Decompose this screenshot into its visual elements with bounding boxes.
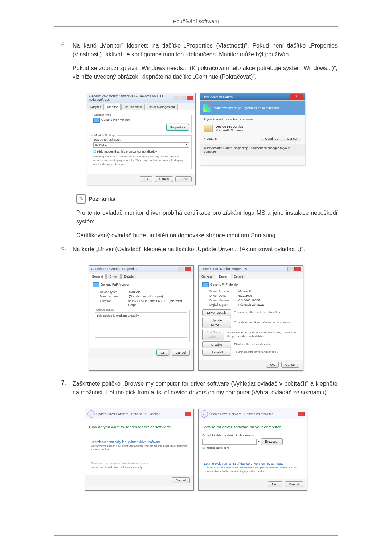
driver-details-button[interactable]: Driver Details bbox=[202, 309, 231, 316]
close-icon[interactable] bbox=[298, 412, 305, 416]
figure-row-1: Generic PnP Monitor and NVIDIA GeForce 6… bbox=[54, 93, 338, 185]
tab-details[interactable]: Details bbox=[231, 274, 246, 279]
note-p2: Certifikovaný ovladač bude umístěn na do… bbox=[76, 231, 338, 240]
breadcrumb: Update Driver Software - Generic PnP Mon… bbox=[209, 412, 273, 416]
opt-title: Browse my computer for driver software bbox=[91, 461, 188, 465]
close-icon[interactable] bbox=[185, 267, 191, 271]
tab-details[interactable]: Details bbox=[121, 274, 136, 279]
titlebar: Generic PnP Monitor Properties bbox=[89, 266, 193, 272]
refresh-rate-select[interactable]: 60 Hertz bbox=[93, 142, 189, 148]
close-icon[interactable] bbox=[185, 412, 191, 416]
tab-monitor[interactable]: Monitor bbox=[105, 104, 121, 110]
uninstall-button[interactable]: Uninstall bbox=[202, 349, 231, 356]
tab-general[interactable]: General bbox=[199, 274, 215, 279]
wizard-header: ← Update Driver Software - Generic PnP M… bbox=[85, 409, 193, 419]
uac-dialog: User Account Control ✕ Windows needs you… bbox=[200, 93, 305, 165]
step-body: Na kartě „Driver (Ovladač)" klepněte na … bbox=[73, 245, 338, 259]
update-driver-desc: To update the driver software for this d… bbox=[234, 321, 291, 325]
tab-troubleshoot[interactable]: Troubleshoot bbox=[121, 104, 145, 110]
monitor-type-value: Generic PnP Monitor bbox=[101, 118, 130, 122]
pnp-properties-general: Generic PnP Monitor Properties General D… bbox=[89, 265, 194, 371]
hide-modes-checkbox[interactable]: Hide modes that this monitor cannot disp… bbox=[93, 150, 189, 154]
uac-item-publisher: Microsoft Windows bbox=[216, 128, 243, 132]
prov-v: Microsoft bbox=[238, 290, 251, 294]
include-subfolders-checkbox[interactable]: Include subfolders bbox=[202, 446, 303, 450]
uac-item-name: Device Properties bbox=[216, 125, 243, 128]
step-number: 5. bbox=[54, 41, 73, 86]
update-wizard-browse: ← Update Driver Software - Generic PnP M… bbox=[198, 409, 307, 491]
hide-modes-label: Hide modes that this monitor cannot disp… bbox=[97, 150, 157, 153]
devtype-v: Monitors bbox=[129, 290, 141, 294]
help-icon[interactable] bbox=[178, 267, 184, 271]
page-header: Používání softwaru bbox=[54, 18, 338, 27]
step-body: Zaškrtněte políčko „Browse my computer f… bbox=[73, 379, 338, 402]
next-button[interactable]: Next bbox=[268, 481, 283, 487]
note-heading: ✎ Poznámka bbox=[76, 194, 338, 204]
cancel-button[interactable]: Cancel bbox=[281, 362, 299, 368]
ok-button[interactable]: OK bbox=[266, 362, 279, 368]
minimize-icon[interactable] bbox=[173, 96, 179, 100]
opt-title: Search automatically for updated driver … bbox=[91, 440, 188, 444]
tab-strip: Adapter Monitor Troubleshoot Color Manag… bbox=[87, 103, 195, 110]
note-icon: ✎ bbox=[76, 194, 86, 204]
rollback-driver-button[interactable]: Roll Back Driver bbox=[202, 329, 224, 340]
back-icon[interactable]: ← bbox=[201, 410, 208, 418]
apply-button[interactable]: Apply bbox=[175, 176, 192, 182]
opt-desc: Windows will search your computer and th… bbox=[91, 444, 188, 451]
maximize-icon[interactable] bbox=[180, 96, 186, 100]
tab-color-management[interactable]: Color Management bbox=[146, 104, 177, 110]
close-icon[interactable]: ✕ bbox=[290, 94, 303, 99]
wizard-question: Browse for driver software on your compu… bbox=[202, 424, 303, 430]
step5-p2: Pokud se zobrazí zpráva „Windows needs..… bbox=[73, 64, 338, 81]
monitor-type-group: Monitor Type Generic PnP Monitor Propert… bbox=[91, 115, 192, 133]
step-6: 6. Na kartě „Driver (Ovladač)" klepněte … bbox=[54, 245, 338, 259]
cancel-button[interactable]: Cancel bbox=[283, 136, 301, 141]
loc-k: Location: bbox=[100, 299, 128, 308]
uninstall-desc: To uninstall the driver (Advanced). bbox=[234, 350, 278, 354]
tab-driver[interactable]: Driver bbox=[216, 274, 230, 279]
step-number: 6. bbox=[54, 245, 73, 259]
cancel-button[interactable]: Cancel bbox=[172, 477, 190, 483]
dialog-title: Generic PnP Monitor Properties bbox=[201, 267, 247, 271]
cancel-button[interactable]: Cancel bbox=[155, 176, 173, 182]
loc-v: on NVIDIA GeForce 6600 LE (Microsoft Cor… bbox=[128, 299, 190, 308]
titlebar: Generic PnP Monitor and NVIDIA GeForce 6… bbox=[87, 93, 195, 103]
properties-button[interactable]: Properties bbox=[166, 124, 189, 131]
step-7: 7. Zaškrtněte políčko „Browse my compute… bbox=[54, 379, 338, 402]
tab-general[interactable]: General bbox=[89, 274, 106, 279]
note-p1: Pro tento ovladač monitor driver probíhá… bbox=[76, 209, 338, 226]
ok-button[interactable]: OK bbox=[156, 350, 169, 356]
device-name: Generic PnP Monitor bbox=[210, 283, 239, 286]
disable-desc: Disables the selected device. bbox=[234, 342, 272, 346]
cancel-button[interactable]: Cancel bbox=[285, 481, 303, 487]
opt-browse-computer[interactable]: Browse my computer for driver software L… bbox=[89, 455, 190, 471]
ver-v: 6.0.6000.16386 bbox=[238, 299, 260, 303]
step-body: Na kartě „Monitor" klepněte na tlačítko … bbox=[73, 41, 338, 86]
help-icon[interactable] bbox=[287, 267, 294, 271]
step7-p1: Zaškrtněte políčko „Browse my computer f… bbox=[73, 379, 338, 397]
opt-desc: Locate and install driver software manua… bbox=[91, 465, 188, 469]
pnp-properties-driver: Generic PnP Monitor Properties General D… bbox=[198, 265, 303, 371]
opt-search-auto[interactable]: Search automatically for updated driver … bbox=[89, 434, 190, 454]
back-icon[interactable]: ← bbox=[87, 410, 95, 418]
continue-button[interactable]: Continue bbox=[261, 136, 282, 141]
close-icon[interactable] bbox=[187, 96, 193, 100]
figure-row-3: ← Update Driver Software - Generic PnP M… bbox=[54, 409, 338, 491]
browse-button[interactable]: Browse... bbox=[261, 438, 283, 445]
step6-p1: Na kartě „Driver (Ovladač)" klepněte na … bbox=[73, 245, 338, 254]
tab-driver[interactable]: Driver bbox=[106, 274, 121, 279]
details-expand[interactable]: Details bbox=[204, 137, 217, 140]
tab-adapter[interactable]: Adapter bbox=[87, 104, 104, 110]
cancel-button[interactable]: Cancel bbox=[172, 350, 190, 356]
ok-button[interactable]: OK bbox=[140, 176, 152, 182]
path-input[interactable] bbox=[202, 439, 257, 445]
group-legend: Device status bbox=[95, 308, 115, 312]
ver-k: Driver Version: bbox=[209, 299, 238, 303]
disable-button[interactable]: Disable bbox=[202, 341, 231, 348]
dialog-title: Generic PnP Monitor and NVIDIA GeForce 6… bbox=[89, 94, 173, 102]
manu-k: Manufacturer: bbox=[100, 295, 129, 299]
wizard-header: ← Update Driver Software - Generic PnP M… bbox=[199, 409, 307, 419]
update-driver-button[interactable]: Update Driver... bbox=[202, 317, 231, 328]
opt-pick-from-list[interactable]: Let me pick from a list of device driver… bbox=[202, 455, 303, 475]
close-icon[interactable] bbox=[294, 267, 301, 271]
